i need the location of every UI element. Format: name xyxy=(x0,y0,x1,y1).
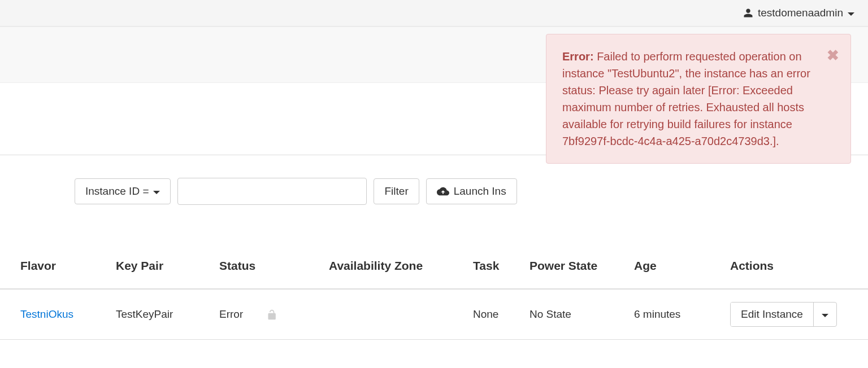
row-actions-dropdown[interactable] xyxy=(813,303,836,326)
instances-table: Flavor Key Pair Status Availability Zone… xyxy=(0,259,868,340)
col-power[interactable]: Power State xyxy=(530,259,634,289)
chevron-down-icon xyxy=(848,12,854,16)
cell-power: No State xyxy=(530,289,634,340)
row-actions-group: Edit Instance xyxy=(730,302,837,327)
col-keypair[interactable]: Key Pair xyxy=(116,259,219,289)
col-actions: Actions xyxy=(730,259,868,289)
cell-actions: Edit Instance xyxy=(730,289,868,340)
flavor-link[interactable]: TestniOkus xyxy=(20,308,73,320)
top-header: testdomenaadmin xyxy=(0,0,868,27)
filter-field-label: Instance ID = xyxy=(85,185,149,198)
unlock-icon xyxy=(267,309,278,321)
chevron-down-icon xyxy=(822,314,828,317)
cell-az xyxy=(329,289,473,340)
col-age[interactable]: Age xyxy=(634,259,730,289)
status-text: Error xyxy=(219,308,243,320)
col-az[interactable]: Availability Zone xyxy=(329,259,473,289)
filter-button[interactable]: Filter xyxy=(374,178,419,204)
instances-table-wrap: Flavor Key Pair Status Availability Zone… xyxy=(0,259,868,340)
cell-task: None xyxy=(473,289,530,340)
table-row: TestniOkus TestKeyPair Error None No Sta… xyxy=(0,289,868,340)
table-header-row: Flavor Key Pair Status Availability Zone… xyxy=(0,259,868,289)
col-task[interactable]: Task xyxy=(473,259,530,289)
cell-keypair: TestKeyPair xyxy=(116,289,219,340)
user-icon xyxy=(743,8,753,18)
user-menu[interactable]: testdomenaadmin xyxy=(743,7,854,19)
filter-button-label: Filter xyxy=(384,185,408,198)
filter-field-dropdown[interactable]: Instance ID = xyxy=(75,178,171,204)
edit-instance-button[interactable]: Edit Instance xyxy=(731,303,813,326)
col-status[interactable]: Status xyxy=(219,259,329,289)
edit-instance-label: Edit Instance xyxy=(741,308,803,321)
cloud-upload-icon xyxy=(437,186,449,196)
error-alert: ✖ Error: Failed to perform requested ope… xyxy=(546,34,851,164)
launch-button-label: Launch Ins xyxy=(454,185,506,198)
alert-message: Failed to perform requested operation on… xyxy=(562,50,810,147)
chevron-down-icon xyxy=(153,191,160,194)
cell-status: Error xyxy=(219,289,329,340)
username-label: testdomenaadmin xyxy=(758,7,843,19)
filter-value-input[interactable] xyxy=(177,178,367,205)
close-icon[interactable]: ✖ xyxy=(827,45,839,67)
cell-age: 6 minutes xyxy=(634,289,730,340)
launch-instance-button[interactable]: Launch Ins xyxy=(426,178,517,204)
alert-label: Error: xyxy=(562,50,594,63)
col-flavor[interactable]: Flavor xyxy=(0,259,116,289)
